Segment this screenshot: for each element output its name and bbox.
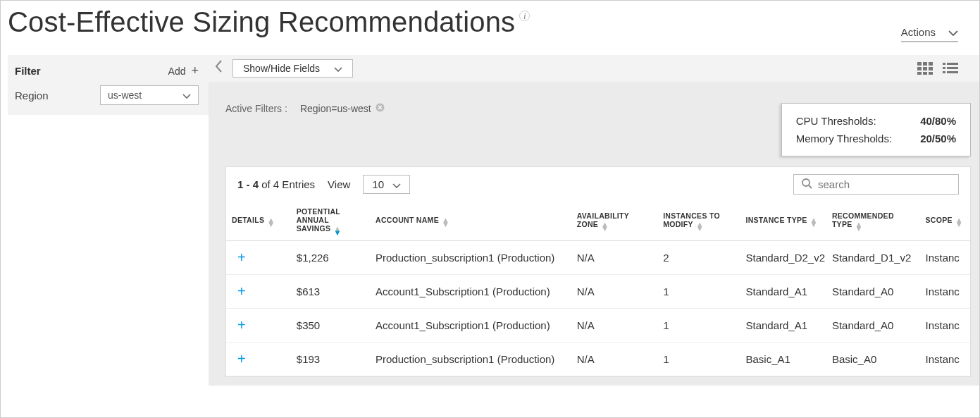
table-row: +$193Production_subscription1 (Productio… — [226, 343, 970, 376]
actions-label: Actions — [901, 26, 936, 38]
entries-of: of 4 Entries — [259, 178, 315, 190]
cell-az: N/A — [571, 275, 657, 309]
page-size-select[interactable]: 10 — [363, 175, 410, 194]
cell-az: N/A — [571, 241, 657, 275]
chevron-down-icon — [948, 26, 958, 38]
search-box[interactable] — [793, 174, 959, 195]
svg-rect-12 — [947, 67, 958, 69]
back-button[interactable] — [214, 59, 223, 78]
cell-instances: 2 — [657, 241, 740, 275]
sort-icon: ▲▼ — [855, 222, 863, 230]
add-filter-button[interactable]: Add + — [168, 63, 199, 78]
chevron-down-icon — [392, 178, 401, 190]
cell-type: Standard_D2_v2 — [740, 241, 826, 275]
table-row: +$613Account1_Subscription1 (Production)… — [226, 275, 970, 309]
svg-rect-14 — [947, 71, 958, 73]
cell-type: Basic_A1 — [740, 343, 826, 376]
show-hide-label: Show/Hide Fields — [243, 63, 320, 74]
cell-instances: 1 — [657, 309, 740, 343]
cell-account: Production_subscription1 (Production) — [370, 241, 571, 275]
chevron-down-icon — [182, 90, 191, 101]
search-icon — [801, 178, 812, 191]
view-label: View — [328, 178, 350, 190]
active-filter-text: Region=us-west — [300, 103, 371, 114]
expand-row-button[interactable]: + — [226, 343, 291, 376]
cell-recommended: Basic_A0 — [826, 343, 920, 376]
sort-icon: ▲▼ — [442, 218, 449, 226]
memory-threshold-label: Memory Thresholds: — [796, 133, 892, 145]
sort-icon: ▲▼ — [810, 218, 818, 226]
svg-rect-8 — [929, 72, 933, 75]
show-hide-fields-dropdown[interactable]: Show/Hide Fields — [232, 59, 353, 78]
memory-threshold-value: 20/50% — [920, 133, 956, 145]
svg-line-17 — [809, 185, 812, 188]
svg-rect-9 — [943, 63, 945, 65]
cell-instances: 1 — [657, 275, 740, 309]
svg-rect-11 — [943, 67, 945, 69]
cell-scope: Instanc — [920, 275, 971, 309]
page-size-value: 10 — [372, 178, 384, 190]
cell-account: Production_subscription1 (Production) — [370, 343, 571, 376]
info-icon[interactable]: i — [519, 11, 530, 21]
filter-panel: Filter Add + Region us-west — [8, 55, 209, 115]
cell-az: N/A — [571, 309, 657, 343]
sort-icon: ▲▼ — [955, 218, 963, 226]
table-row: +$350Account1_Subscription1 (Production)… — [226, 309, 970, 343]
entries-range: 1 - 4 — [237, 178, 259, 190]
sort-icon: ▲▼ — [267, 218, 275, 226]
region-select[interactable]: us-west — [100, 85, 199, 105]
cell-savings: $350 — [291, 309, 370, 343]
page-title: Cost-Effective Sizing Recommendations i — [8, 6, 530, 38]
svg-rect-2 — [929, 62, 933, 66]
svg-rect-5 — [929, 67, 933, 70]
col-scope[interactable]: SCOPE▲▼ — [920, 202, 971, 241]
cell-savings: $613 — [291, 275, 370, 309]
chevron-down-icon — [334, 63, 342, 74]
col-type[interactable]: INSTANCE TYPE▲▼ — [740, 202, 826, 241]
svg-rect-7 — [923, 72, 927, 75]
cell-az: N/A — [571, 343, 657, 376]
svg-rect-10 — [947, 63, 958, 65]
sort-icon: ▲▼ — [333, 226, 341, 235]
col-instances[interactable]: INSTANCES TO MODIFY▲▼ — [657, 202, 740, 241]
cell-recommended: Standard_A0 — [826, 275, 920, 309]
cell-account: Account1_Subscription1 (Production) — [370, 275, 571, 309]
add-filter-label: Add — [168, 66, 186, 77]
cell-recommended: Standard_D1_v2 — [826, 241, 920, 275]
expand-row-button[interactable]: + — [226, 275, 291, 309]
list-view-icon[interactable] — [943, 62, 958, 75]
region-select-value: us-west — [108, 90, 142, 101]
cell-savings: $1,226 — [291, 241, 370, 275]
page-title-text: Cost-Effective Sizing Recommendations — [8, 6, 515, 38]
active-filter-tag: Region=us-west — [300, 103, 385, 114]
col-account[interactable]: ACCOUNT NAME▲▼ — [370, 202, 571, 241]
recommendations-table: DETAILS▲▼ POTENTIAL ANNUAL SAVINGS▲▼ ACC… — [226, 202, 970, 376]
filter-region-label: Region — [15, 90, 49, 102]
expand-row-button[interactable]: + — [226, 241, 291, 275]
svg-rect-1 — [923, 62, 927, 66]
cell-recommended: Standard_A0 — [826, 309, 920, 343]
svg-rect-13 — [943, 71, 945, 73]
plus-icon: + — [191, 63, 199, 78]
cpu-threshold-value: 40/80% — [920, 115, 956, 127]
svg-rect-0 — [917, 62, 922, 66]
col-recommended[interactable]: RECOMMENDED TYPE▲▼ — [826, 202, 920, 241]
col-savings[interactable]: POTENTIAL ANNUAL SAVINGS▲▼ — [291, 202, 370, 241]
svg-rect-3 — [917, 67, 922, 70]
col-details[interactable]: DETAILS▲▼ — [226, 202, 291, 241]
cell-type: Standard_A1 — [740, 309, 826, 343]
svg-rect-4 — [923, 67, 927, 70]
col-az[interactable]: AVAILABILITY ZONE▲▼ — [571, 202, 657, 241]
sort-icon: ▲▼ — [696, 222, 704, 230]
cell-account: Account1_Subscription1 (Production) — [370, 309, 571, 343]
cell-savings: $193 — [291, 343, 370, 376]
cell-scope: Instanc — [920, 241, 971, 275]
active-filters-label: Active Filters : — [225, 103, 287, 114]
close-icon[interactable] — [376, 103, 385, 114]
search-input[interactable] — [818, 178, 952, 190]
grid-view-icon[interactable] — [917, 62, 933, 75]
cell-instances: 1 — [657, 343, 740, 376]
active-filters: Active Filters : Region=us-west — [225, 103, 385, 114]
expand-row-button[interactable]: + — [226, 309, 291, 343]
actions-dropdown[interactable]: Actions — [901, 26, 958, 42]
